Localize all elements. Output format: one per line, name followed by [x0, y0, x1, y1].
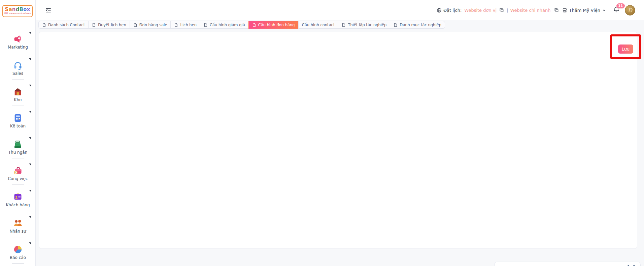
sidebar-item-bao-cao[interactable]: Báo cáo — [0, 237, 36, 264]
store-icon — [562, 8, 567, 13]
tab-danh-muc-tac-nghiep[interactable]: Danh mục tác nghiệp — [390, 21, 445, 29]
avatar-monogram: D — [628, 7, 632, 13]
menu-fold-icon[interactable] — [45, 7, 52, 13]
document-icon — [42, 23, 46, 27]
bell-icon — [613, 8, 619, 13]
logo-subtitle: SME management software — [3, 12, 32, 14]
user-avatar[interactable]: D — [625, 5, 635, 16]
tab-cau-hinh-contact[interactable]: Cấu hình contact — [298, 21, 339, 29]
sidebar-item-nhan-su[interactable]: Nhân sự — [0, 211, 36, 237]
sidebar-item-label: Kế toán — [0, 124, 36, 128]
globe-icon — [437, 8, 442, 13]
id-card-icon — [13, 192, 23, 202]
tab-danh-sach-contact[interactable]: Danh sách Contact — [38, 21, 89, 29]
app-logo[interactable]: SandBox SME management software — [2, 5, 33, 17]
sidebar-item-label: Kho — [0, 97, 36, 102]
sidebar-item-label: Thu ngân — [0, 150, 36, 155]
people-icon — [13, 218, 23, 228]
submenu-corner-icon — [29, 164, 31, 166]
briefcase-clock-icon — [13, 166, 23, 175]
sidebar-item-kho[interactable]: Kho — [0, 80, 36, 106]
branch-website-link[interactable]: Website chi nhánh — [510, 8, 551, 13]
copy-icon[interactable] — [554, 8, 559, 12]
sidebar-item-khach-hang[interactable]: Khách hàng — [0, 185, 36, 211]
headset-icon — [13, 61, 23, 70]
tab-thiet-lap-tac-nghiep[interactable]: Thiết lập tác nghiệp — [338, 21, 390, 29]
link-separator: | — [507, 8, 508, 13]
sidebar-item-label: Khách hàng — [0, 203, 36, 207]
submenu-corner-icon — [29, 111, 31, 113]
submenu-corner-icon — [29, 216, 31, 218]
sidebar-item-marketing[interactable]: Marketing — [0, 27, 36, 53]
barn-icon — [13, 87, 23, 96]
booking-label: Đặt lịch: — [443, 8, 462, 13]
workspace-name: Thẩm Mỹ Viện — [569, 8, 600, 13]
sidebar-item-label: Nhân sự — [0, 229, 36, 234]
sidebar-item-label: Marketing — [0, 45, 36, 50]
tab-cau-hinh-giam-gia[interactable]: Cấu hình giảm giá — [200, 21, 249, 29]
sidebar-item-ke-toan[interactable]: Kế toán — [0, 106, 36, 132]
chevron-down-icon — [628, 264, 635, 266]
submenu-corner-icon — [29, 137, 31, 140]
megaphone-icon — [13, 34, 23, 44]
submenu-corner-icon — [29, 242, 31, 245]
submenu-corner-icon — [29, 85, 31, 87]
submenu-corner-icon — [29, 58, 31, 61]
settings-panel — [39, 32, 637, 249]
tab-cau-hinh-don-hang[interactable]: Cấu hình đơn hàng — [248, 21, 299, 29]
app-root: SandBox SME management software Marketin… — [0, 0, 644, 266]
tab-lich-hen[interactable]: Lịch hẹn — [170, 21, 200, 29]
document-icon — [342, 23, 346, 27]
document-icon — [394, 23, 398, 27]
top-bar: Đặt lịch: Website đơn vị | Website chi n… — [36, 0, 644, 20]
submenu-corner-icon — [29, 32, 31, 34]
calculator-icon — [13, 113, 23, 123]
sidebar-item-label: Báo cáo — [0, 255, 36, 260]
sidebar-item-sales[interactable]: Sales — [0, 53, 36, 80]
notification-count-badge: 11 — [616, 3, 625, 8]
unit-website-link[interactable]: Website đơn vị — [464, 8, 497, 13]
save-button[interactable]: Lưu — [618, 45, 633, 54]
top-bar-actions: Đặt lịch: Website đơn vị | Website chi n… — [437, 0, 635, 20]
sidebar-item-label: Sales — [0, 71, 36, 76]
workspace-switcher[interactable]: Thẩm Mỹ Viện — [562, 8, 606, 13]
tab-don-hang-sale[interactable]: Đơn hàng sale — [130, 21, 171, 29]
sidebar-nav: Marketing Sales Kho — [0, 27, 36, 264]
tab-duyet-lich-hen[interactable]: Duyệt lịch hẹn — [88, 21, 130, 29]
document-icon — [174, 23, 178, 27]
document-icon — [204, 23, 208, 27]
page-tabs: Danh sách Contact Duyệt lịch hẹn Đơn hàn… — [38, 21, 445, 29]
document-icon — [252, 23, 256, 27]
pie-chart-icon — [13, 245, 23, 254]
cash-register-icon — [13, 140, 23, 149]
sidebar: SandBox SME management software Marketin… — [0, 0, 36, 266]
collapsed-bottom-panel[interactable] — [494, 262, 641, 266]
sidebar-item-cong-viec[interactable]: Công việc — [0, 158, 36, 185]
document-icon — [133, 23, 137, 27]
notifications-button[interactable]: 11 — [613, 6, 620, 14]
sidebar-item-label: Công việc — [0, 176, 36, 181]
copy-icon[interactable] — [499, 8, 504, 12]
sidebar-item-thu-ngan[interactable]: Thu ngân — [0, 132, 36, 158]
logo-title: SandBox — [3, 7, 32, 12]
document-icon — [92, 23, 96, 27]
submenu-corner-icon — [29, 190, 31, 192]
chevron-down-icon — [602, 8, 606, 12]
